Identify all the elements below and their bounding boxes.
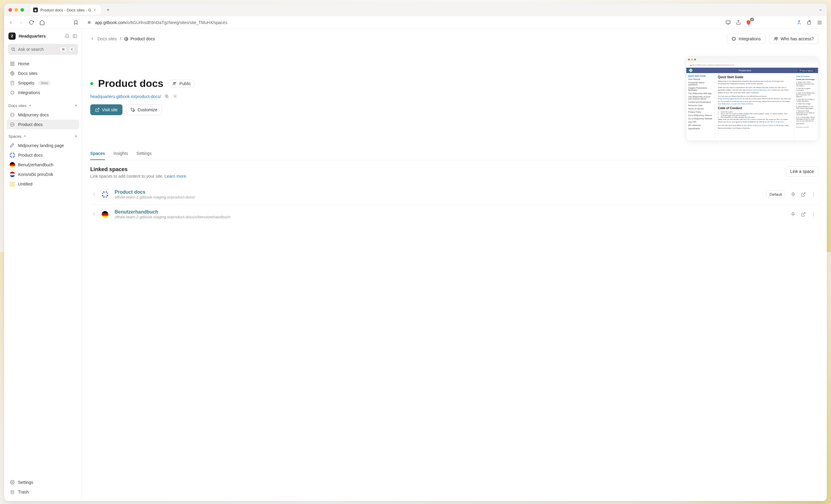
svg-rect-18 [12, 64, 14, 65]
space-url: offsite-team-2.gitbook-staging.io/produc… [115, 215, 416, 219]
item-label: Korisnički priručnik [18, 172, 53, 177]
gear-icon[interactable] [173, 94, 178, 99]
url-text: app.gitbook.com/o/6GUrlnsdE6nOaTgzNeeg/s… [95, 20, 227, 25]
home-button[interactable] [39, 20, 45, 26]
address-bar[interactable]: app.gitbook.com/o/6GUrlnsdE6nOaTgzNeeg/s… [84, 20, 416, 26]
svg-point-0 [88, 22, 90, 23]
title-bar: ◆ Product docs - Docs sites - G × + [4, 4, 416, 16]
tab-insights[interactable]: Insights [113, 151, 128, 160]
svg-rect-11 [73, 35, 77, 38]
search-input[interactable]: Ask or search ⌘ K [8, 44, 78, 55]
nav-home[interactable]: Home [7, 59, 79, 68]
maximize-window-icon[interactable] [21, 8, 24, 12]
svg-point-13 [12, 48, 15, 51]
status-dot-icon [90, 82, 93, 85]
bookmark-icon[interactable] [73, 20, 79, 26]
linked-title: Linked spaces [90, 166, 187, 173]
space-name[interactable]: Product docs [115, 189, 416, 195]
favicon-icon: ◆ [33, 7, 38, 12]
svg-rect-15 [10, 62, 12, 63]
traffic-lights [8, 8, 24, 12]
docs-item-product[interactable]: Product docs [7, 120, 79, 129]
drag-handle-icon[interactable]: ⠿ [93, 192, 95, 197]
flag-de-icon [102, 211, 108, 218]
browser-window: ◆ Product docs - Docs sites - G × + app.… [4, 4, 416, 252]
search-placeholder: Ask or search [18, 47, 57, 52]
chevron-down-icon [28, 104, 32, 107]
svg-rect-17 [10, 64, 12, 65]
chevron-left-icon[interactable] [90, 37, 94, 41]
chevron-down-icon [23, 135, 27, 138]
section-toggle[interactable]: Spaces [8, 134, 27, 139]
svg-marker-24 [29, 105, 31, 106]
forward-button[interactable] [19, 20, 24, 25]
svg-point-35 [173, 82, 174, 83]
space-item-landing[interactable]: Midjourney landing page [7, 141, 79, 150]
close-tab-icon[interactable]: × [93, 8, 98, 12]
space-item-korisnicki[interactable]: Korisnički priručnik [7, 170, 79, 179]
external-link-icon [95, 108, 99, 112]
doc-icon [10, 181, 15, 187]
visit-site-button[interactable]: Visit site [90, 105, 122, 115]
nav-label: Snippets [18, 81, 34, 85]
tab-settings[interactable]: Settings [136, 151, 152, 160]
nav-docs-sites[interactable]: Docs sites [7, 68, 79, 78]
kbd-k: K [69, 47, 75, 52]
minimize-window-icon[interactable] [15, 8, 18, 12]
item-label: Midjourney docs [18, 113, 49, 117]
svg-point-39 [174, 96, 176, 97]
doc-globe-icon [10, 112, 15, 118]
close-window-icon[interactable] [8, 8, 12, 12]
space-item-benutzer[interactable]: Benutzerhandbuch [7, 160, 79, 170]
nav-label: Home [18, 61, 29, 66]
visibility-pill[interactable]: Public [168, 80, 195, 88]
add-space-button[interactable]: + [75, 134, 77, 139]
svg-line-14 [14, 50, 15, 51]
item-label: Midjourney landing page [18, 143, 64, 148]
browser-tab[interactable]: ◆ Product docs - Docs sites - G × [30, 5, 101, 15]
pencil-icon [10, 143, 15, 148]
flag-hr-icon [10, 172, 15, 177]
customize-button[interactable]: Customize [126, 105, 162, 115]
nav-integrations[interactable]: Integrations [7, 88, 79, 97]
drag-handle-icon[interactable]: ⠿ [93, 212, 95, 216]
space-name[interactable]: Benutzerhandbuch [115, 209, 416, 215]
add-docs-site-button[interactable]: + [75, 103, 77, 108]
globe-icon [124, 37, 128, 41]
crumb-parent[interactable]: Docs sites [97, 36, 117, 41]
tab-spaces[interactable]: Spaces [90, 151, 105, 160]
doc-globe-icon [10, 122, 15, 127]
item-label: Product docs [18, 153, 43, 157]
svg-rect-16 [12, 62, 14, 63]
flag-uk-icon [10, 152, 15, 158]
search-icon [11, 47, 16, 52]
collapse-sidebar-icon[interactable] [73, 34, 77, 38]
page-title: Product docs [98, 78, 163, 89]
puzzle-icon [10, 90, 15, 95]
sidebar-header: 2 Headquarters [4, 29, 82, 43]
flag-uk-icon [102, 191, 108, 198]
section-spaces: Spaces + [4, 129, 82, 141]
site-url[interactable]: headquarters.gitbook.io/product-docs/ [90, 94, 161, 99]
tab-title: Product docs - Docs sites - G [40, 8, 91, 12]
space-item-product-docs[interactable]: Product docs [7, 150, 79, 160]
space-item-untitled[interactable]: Untitled [7, 179, 79, 189]
beta-badge: Beta [38, 81, 50, 85]
app-content: 2 Headquarters Ask or search ⌘ K Home [4, 29, 416, 252]
copy-icon[interactable] [165, 94, 169, 99]
space-flag [100, 210, 110, 219]
notifications-icon[interactable] [65, 34, 69, 38]
back-button[interactable] [8, 20, 13, 25]
nav-snippets[interactable]: Snippets Beta [7, 78, 79, 88]
sidebar-nav: Home Docs sites Snippets Beta Integratio… [4, 56, 82, 99]
site-settings-icon[interactable] [86, 20, 92, 26]
workspace-title[interactable]: Headquarters [19, 34, 62, 38]
section-toggle[interactable]: Docs sites [8, 103, 32, 108]
docs-item-midjourney[interactable]: Midjourney docs [7, 110, 79, 120]
reload-button[interactable] [28, 20, 34, 26]
linked-space-row: ⠿ Product docs offsite-team-2.gitbook-st… [90, 185, 416, 205]
linked-space-row: ⠿ Benutzerhandbuch offsite-team-2.gitboo… [90, 205, 416, 224]
new-tab-button[interactable]: + [105, 6, 112, 13]
learn-more-link[interactable]: Learn more. [165, 174, 187, 179]
section-docs-sites: Docs sites + [4, 99, 82, 110]
